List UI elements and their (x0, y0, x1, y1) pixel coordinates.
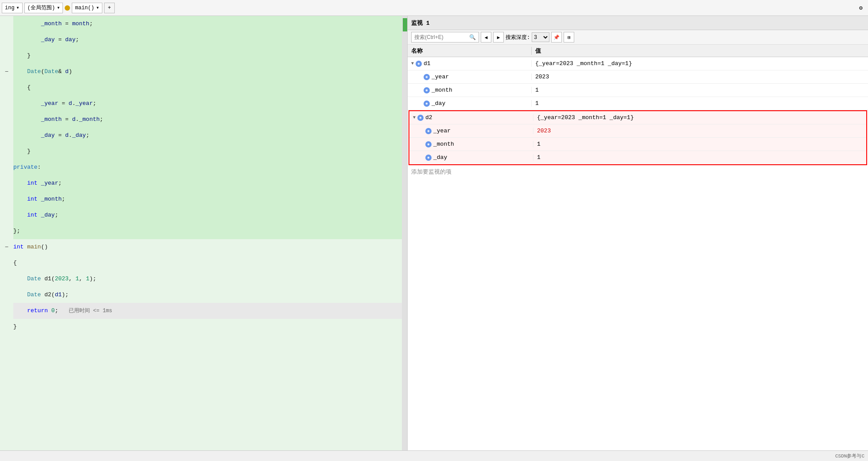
var-icon-d1-year: ◉ (424, 74, 430, 80)
var-icon-d1-day: ◉ (424, 101, 430, 107)
status-text: CSDN参考与C (835, 453, 864, 459)
expand-arrow-d1[interactable]: ▼ (411, 61, 414, 66)
watch-header: 监视 1 (408, 16, 868, 30)
var-icon-d2: ◉ (417, 115, 424, 121)
scope-dropdown[interactable]: (全局范围) ▾ (24, 3, 63, 13)
add-watch-item[interactable]: 添加要监视的项 (408, 165, 868, 178)
main-container: − − (0, 16, 868, 450)
var-icon-d1: ◉ (416, 61, 422, 67)
chevron-down-icon: ▾ (57, 4, 60, 11)
search-box[interactable]: 🔍 (411, 32, 479, 43)
d2-day-label: _day (433, 154, 447, 161)
watch-panel: 监视 1 🔍 ◀ ▶ 搜索深度: 3 1 2 4 5 (408, 16, 868, 450)
col-name-header: 名称 (408, 47, 532, 55)
code-panel: − − (0, 16, 408, 450)
arrow-left-icon: ◀ (485, 35, 488, 40)
gutter-collapse[interactable]: − (0, 64, 13, 80)
watch-row-value-d1-month: 1 (532, 87, 868, 93)
nav-back-button[interactable]: ◀ (481, 32, 491, 43)
watch-row-value-d1: {_year=2023 _month=1 _day=1} (532, 60, 868, 67)
code-line: Date d2(d1); (13, 287, 402, 303)
gutter-collapse-main[interactable]: − (0, 239, 13, 255)
nav-forward-button[interactable]: ▶ (493, 32, 504, 43)
code-line: int _year; (13, 175, 402, 191)
settings-icon[interactable]: ⚙ (856, 3, 866, 13)
code-line: int main() (13, 239, 402, 255)
watch-row-d2: ▼ ◉ d2 {_year=2023 _month=1 _day=1} (409, 111, 866, 124)
code-line: _month = month; (13, 16, 402, 32)
code-line: private: (13, 159, 402, 175)
func-dropdown[interactable]: main() ▾ (72, 3, 102, 13)
var-icon-d2-month: ◉ (425, 141, 432, 147)
code-line: _day = d._day; (13, 128, 402, 143)
gutter-col: − − (0, 16, 13, 450)
scope-label: (全局范围) (27, 4, 55, 12)
expand-button[interactable]: ⊞ (564, 32, 574, 43)
dot-icon (65, 5, 70, 11)
search-input[interactable] (414, 34, 467, 40)
gutter-item (0, 112, 13, 128)
gutter-item (0, 255, 13, 271)
gutter-item (0, 287, 13, 303)
watch-row-d2-year: ◉ _year 2023 (409, 124, 866, 138)
watch-row-name-d1-month: ◉ _month (408, 87, 532, 93)
d1-name-label: d1 (424, 60, 431, 67)
gutter-item (0, 48, 13, 64)
watch-row-value-d1-day: 1 (532, 100, 868, 107)
watch-row-value-d2: {_year=2023 _month=1 _day=1} (533, 114, 866, 121)
gutter-item (0, 128, 13, 143)
scroll-indicator[interactable] (402, 16, 407, 450)
code-line: Date d1(2023, 1, 1); (13, 271, 402, 287)
watch-row-d1-year: ◉ _year 2023 (408, 70, 868, 84)
gutter-item (0, 143, 13, 159)
file-label: ing (5, 5, 15, 11)
code-line: { (13, 255, 402, 271)
code-line: }; (13, 223, 402, 239)
code-content[interactable]: − − (0, 16, 407, 450)
code-line: _month = d._month; (13, 112, 402, 128)
expand-arrow-d2[interactable]: ▼ (413, 115, 416, 120)
add-button[interactable]: + (104, 3, 115, 13)
arrow-right-icon: ▶ (497, 35, 500, 40)
watch-panel-title: 监视 1 (411, 19, 430, 27)
code-line: } (13, 319, 402, 335)
watch-row-d1-month: ◉ _month 1 (408, 84, 868, 97)
gutter-item (0, 159, 13, 175)
watch-row-d1-day: ◉ _day 1 (408, 97, 868, 110)
watch-row-value-d2-day: 1 (533, 154, 866, 161)
watch-toolbar: 🔍 ◀ ▶ 搜索深度: 3 1 2 4 5 📌 (408, 30, 868, 45)
scroll-thumb (403, 18, 407, 31)
watch-row-name-d1[interactable]: ▼ ◉ d1 (408, 60, 532, 67)
watch-row-value-d2-month: 1 (533, 141, 866, 147)
expand-icon: ⊞ (568, 35, 571, 40)
depth-dropdown[interactable]: 3 1 2 4 5 (532, 32, 549, 42)
d2-border-group: ▼ ◉ d2 {_year=2023 _month=1 _day=1} ◉ _y… (409, 110, 867, 165)
pin-button[interactable]: 📌 (551, 32, 562, 43)
watch-row-name-d2[interactable]: ▼ ◉ d2 (409, 114, 533, 121)
code-line: Date(Date& d) (13, 64, 402, 80)
watch-table: 名称 值 ▼ ◉ d1 {_year=2023 _month=1 _day=1}… (408, 45, 868, 450)
d2-month-label: _month (433, 141, 454, 147)
gutter-item (0, 16, 13, 32)
pin-icon: 📌 (553, 35, 560, 40)
watch-row-d2-month: ◉ _month 1 (409, 138, 866, 151)
file-dropdown[interactable]: ing ▾ (2, 3, 23, 13)
d2-name-label: d2 (425, 114, 432, 121)
chevron-down-icon: ▾ (96, 4, 99, 11)
gutter-item (0, 303, 13, 319)
code-text-col: _month = month; _day = day; } Date(Date&… (13, 16, 402, 450)
gutter-item (0, 32, 13, 48)
gutter-item (0, 271, 13, 287)
watch-row-name-d1-day: ◉ _day (408, 100, 532, 107)
toolbar: ing ▾ (全局范围) ▾ main() ▾ + ⚙ (0, 0, 868, 16)
func-label: main() (75, 5, 94, 11)
watch-row-name-d2-year: ◉ _year (409, 128, 533, 134)
d2-year-label: _year (433, 128, 451, 134)
watch-row-name-d1-year: ◉ _year (408, 74, 532, 80)
search-icon: 🔍 (469, 34, 476, 41)
gutter-item (0, 319, 13, 335)
watch-row-d2-day: ◉ _day 1 (409, 151, 866, 164)
gutter-item (0, 175, 13, 191)
col-value-header: 值 (532, 47, 868, 55)
watch-row-value-d2-year: 2023 (533, 128, 866, 134)
